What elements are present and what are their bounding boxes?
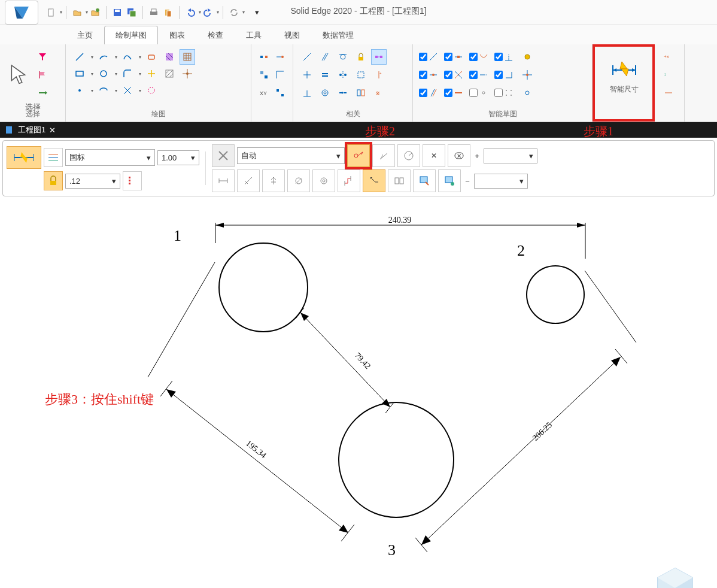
- circle-1[interactable]: [219, 243, 308, 332]
- scale-dropdown[interactable]: 1.00▾: [157, 150, 199, 165]
- gear-icon[interactable]: [312, 169, 335, 192]
- convert5-icon[interactable]: [274, 85, 287, 101]
- equal-icon[interactable]: [317, 67, 333, 83]
- ss-perp-check[interactable]: [494, 52, 517, 62]
- mirror-rel-icon[interactable]: [353, 85, 369, 101]
- smart-dimension-button[interactable]: 智能尺寸: [597, 49, 651, 103]
- ss-point-check[interactable]: [469, 88, 492, 98]
- construction-icon[interactable]: [144, 83, 159, 98]
- ss-snap-icon[interactable]: [519, 85, 535, 101]
- plus-input[interactable]: ▾: [484, 148, 537, 163]
- disable-dim-icon[interactable]: [212, 144, 235, 167]
- centerline-icon[interactable]: [144, 66, 159, 81]
- ss-ortho-check[interactable]: [494, 70, 517, 80]
- dim-baseline-icon[interactable]: ↕: [661, 67, 676, 83]
- angular-icon[interactable]: [397, 144, 420, 167]
- hatch-icon[interactable]: [162, 49, 177, 65]
- tab-chart[interactable]: 图表: [158, 26, 196, 44]
- auto-dropdown[interactable]: 自动▾: [237, 147, 345, 164]
- perpendicular-icon[interactable]: [299, 85, 315, 101]
- tolerance-icon[interactable]: [123, 171, 142, 190]
- document-tab[interactable]: 工程图1 ✕: [0, 122, 60, 138]
- circle-3[interactable]: [339, 402, 454, 517]
- ss-parallel-check[interactable]: [419, 88, 442, 98]
- rectangle-icon[interactable]: [72, 66, 87, 81]
- relate-group2-icon[interactable]: +: [371, 67, 387, 83]
- style-list-icon[interactable]: [44, 148, 63, 167]
- dropdown-icon[interactable]: ▾: [60, 10, 62, 15]
- circle-icon[interactable]: [96, 66, 111, 81]
- sync-icon[interactable]: [228, 7, 240, 19]
- ss-endpoint-check[interactable]: [419, 52, 442, 62]
- diameter-dim-icon[interactable]: [287, 169, 310, 192]
- leader-icon[interactable]: [363, 169, 385, 192]
- trim-icon[interactable]: [120, 83, 135, 98]
- smart-dim-active-icon[interactable]: [7, 146, 41, 169]
- ss-extend-check[interactable]: [469, 70, 492, 80]
- edit1-icon[interactable]: [413, 169, 436, 192]
- tab-sketch[interactable]: 绘制草图: [104, 26, 158, 44]
- print-icon[interactable]: [148, 7, 160, 19]
- lock-option-icon[interactable]: [44, 171, 63, 190]
- minus-input[interactable]: ▾: [474, 174, 528, 189]
- customize-qat-icon[interactable]: ▾: [251, 7, 263, 19]
- drawing-canvas[interactable]: 240.39 1 2 3 79.42 195.34: [0, 199, 717, 588]
- tangent-icon[interactable]: [335, 49, 351, 65]
- dropdown-icon[interactable]: ▾: [139, 88, 141, 93]
- precision-dropdown[interactable]: .12▾: [65, 174, 120, 189]
- ellipse-arc-icon[interactable]: [96, 83, 111, 98]
- undo-icon[interactable]: [184, 7, 196, 19]
- hatch2-icon[interactable]: [162, 66, 177, 81]
- save-all-icon[interactable]: [126, 7, 138, 19]
- lock-icon[interactable]: [353, 49, 369, 65]
- dropdown-icon[interactable]: ▾: [115, 54, 117, 60]
- rigid-icon[interactable]: [353, 67, 369, 83]
- convert2-icon[interactable]: [274, 49, 287, 65]
- collinear-icon[interactable]: [335, 85, 351, 101]
- parallel-icon[interactable]: [317, 49, 333, 65]
- ss-midpoint-check[interactable]: [444, 52, 467, 62]
- dropdown-icon[interactable]: ▾: [242, 10, 245, 15]
- tab-home[interactable]: 主页: [66, 26, 104, 44]
- fillet-icon[interactable]: [120, 66, 135, 81]
- radial-dim-icon[interactable]: [262, 169, 285, 192]
- jog-icon[interactable]: [338, 169, 360, 192]
- style-dropdown[interactable]: 国标▾: [65, 149, 155, 166]
- dim-chain-icon[interactable]: [661, 85, 676, 101]
- line-icon[interactable]: [72, 49, 87, 65]
- dropdown-icon[interactable]: ▾: [217, 10, 219, 15]
- circle-2[interactable]: [527, 266, 584, 323]
- dropdown-icon[interactable]: ▾: [199, 10, 201, 15]
- dropdown-icon[interactable]: ▾: [115, 71, 117, 77]
- redo-icon[interactable]: [202, 7, 214, 19]
- x-boxed-icon[interactable]: ✕: [448, 144, 470, 167]
- break-icon[interactable]: [388, 169, 411, 192]
- concentric-icon[interactable]: [317, 85, 333, 101]
- ss-settings-icon[interactable]: [519, 49, 535, 65]
- dropdown-icon[interactable]: ▾: [139, 54, 141, 60]
- angle-from-icon[interactable]: [372, 144, 395, 167]
- spline-icon[interactable]: [120, 49, 135, 65]
- close-icon[interactable]: ✕: [49, 126, 56, 135]
- select-filter-icon[interactable]: [35, 49, 50, 65]
- tab-tools[interactable]: 工具: [235, 26, 273, 44]
- grid-icon[interactable]: [180, 49, 195, 65]
- x-mark-icon[interactable]: ✕: [423, 144, 445, 167]
- new-doc-icon[interactable]: [45, 7, 57, 19]
- dropdown-icon[interactable]: ▾: [91, 54, 93, 60]
- relate-misc-icon[interactable]: ※: [371, 85, 387, 101]
- ss-grid-check[interactable]: [494, 88, 517, 98]
- convert3-icon[interactable]: [257, 67, 271, 83]
- tab-data[interactable]: 数据管理: [311, 26, 365, 44]
- ss-center-check[interactable]: [419, 70, 442, 80]
- dropdown-icon[interactable]: ▾: [139, 71, 141, 77]
- dropdown-icon[interactable]: ▾: [115, 88, 117, 93]
- select-button[interactable]: [6, 62, 32, 88]
- tab-inspect[interactable]: 检查: [196, 26, 235, 44]
- convert1-icon[interactable]: [257, 49, 271, 65]
- ss-horizontal-check[interactable]: [444, 88, 467, 98]
- convert4-icon[interactable]: [274, 67, 287, 83]
- horiz-dim-icon[interactable]: [212, 169, 235, 192]
- relate-active-icon[interactable]: [371, 49, 387, 65]
- dropdown-icon[interactable]: ▾: [91, 88, 93, 93]
